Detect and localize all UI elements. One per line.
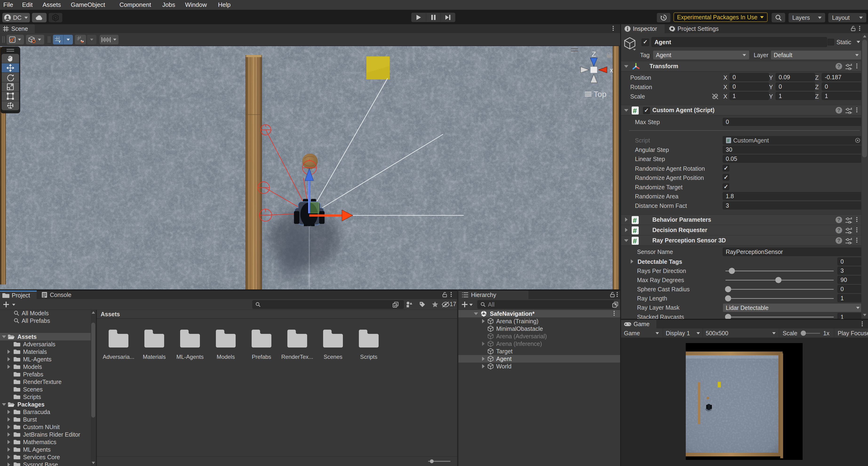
svg-text:x: x xyxy=(610,66,613,74)
svg-text:#: # xyxy=(727,137,730,144)
svg-text:Z: Z xyxy=(592,50,596,58)
svg-text:Y: Y xyxy=(58,39,61,43)
svg-text:Top: Top xyxy=(594,90,607,98)
